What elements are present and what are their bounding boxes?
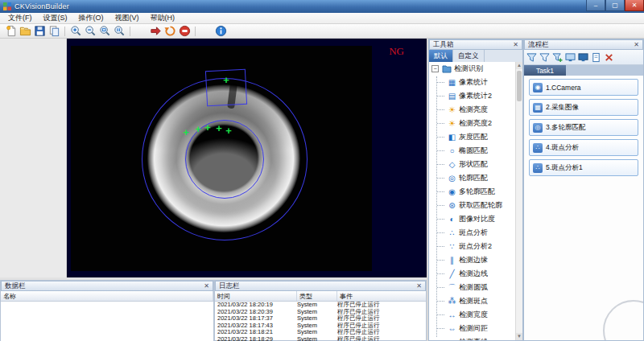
flow-step[interactable]: ◉ 1.CCamera [529,79,638,96]
tool-label: 图像对比度 [459,214,495,224]
flow-monitor-icon[interactable] [564,51,576,64]
zoom-out-icon[interactable] [83,25,97,38]
tool-label: 检测间距 [459,323,488,334]
tab-default[interactable]: 默认 [429,50,453,62]
folder-icon [442,64,452,73]
close-button[interactable]: ✕ [625,0,644,11]
tool-item[interactable]: ◇ 形状匹配 [429,158,515,171]
flow-step[interactable]: ∴ 4.斑点分析 [529,139,638,156]
log-row[interactable]: 2021/03/22 18:20:39 System 程序已停止运行 [215,309,426,316]
tool-item[interactable]: ⊛ 获取匹配轮廓 [429,199,515,212]
tool-item[interactable]: ◐ 图像对比度 [429,212,515,226]
flow-step-icon: ◉ [533,83,543,92]
open-file-icon[interactable] [18,25,32,38]
cross-marker: + [225,125,232,136]
tool-icon: ◉ [447,188,457,196]
app-icon [3,2,11,10]
toolbar-separator [195,27,196,36]
collapse-icon[interactable]: − [431,65,439,72]
main-toolbar [0,24,644,39]
flow-header: 流程栏 ✕ [524,39,643,50]
tool-icon: ☀ [447,106,457,114]
toolbox-header: 工具箱 ✕ [429,39,522,50]
maximize-button[interactable]: ▢ [605,0,625,11]
tool-item[interactable]: ∥ 检测边缘 [429,253,515,267]
flow-step-label: 2.采集图像 [546,103,579,113]
tool-item[interactable]: ∴ 斑点分析 [429,226,515,240]
zoom-fit-icon[interactable] [97,25,112,38]
flow-document-icon[interactable] [590,51,602,64]
tool-icon: ⁂ [447,298,457,306]
flow-filter-add-icon[interactable] [551,51,564,64]
menu-item[interactable]: 视图(V) [109,12,145,24]
log-event: 程序已停止运行 [337,302,426,309]
tool-item[interactable]: ⇔ 检测间距 [429,322,515,335]
tool-item[interactable]: ▦ 像素统计 [429,76,515,89]
new-file-icon[interactable] [3,25,18,38]
tool-item[interactable]: ☀ 检测亮度2 [429,117,515,130]
zoom-actual-icon[interactable] [112,25,126,38]
flow-step[interactable]: ∴ 5.斑点分析1 [529,159,638,176]
log-panel-close-icon[interactable]: ✕ [416,283,422,290]
toolbox-scrollbar[interactable]: ▲ ▼ [515,62,522,340]
tool-item[interactable]: ◉ 多轮廓匹配 [429,185,515,199]
log-row[interactable]: 2021/03/22 18:18:21 System 程序已停止运行 [215,329,426,336]
image-viewport[interactable]: + + + + + + NG [67,39,427,277]
tree-root-item[interactable]: − 检测识别 [429,62,515,76]
tool-icon: ╱ [447,270,457,278]
tool-item[interactable]: ◎ 轮廓匹配 [429,171,515,185]
flow-filter2-icon[interactable] [539,51,551,64]
log-time: 2021/03/22 18:17:43 [215,323,297,330]
tool-item[interactable]: ⁂ 检测斑点 [429,294,515,308]
tool-label: 椭圆匹配 [459,146,488,156]
log-row[interactable]: 2021/03/22 18:20:19 System 程序已停止运行 [215,302,426,309]
cross-marker: + [195,124,201,134]
stop-icon[interactable] [177,25,192,38]
menu-item[interactable]: 操作(O) [73,12,109,24]
tool-item[interactable]: ╱ 检测边线 [429,267,515,281]
menu-item[interactable]: 文件(F) [2,12,38,24]
menu-item[interactable]: 设置(S) [38,12,73,24]
tab-custom[interactable]: 自定义 [453,50,485,62]
run-loop-icon[interactable] [163,25,177,38]
tool-item[interactable]: ○ 椭圆匹配 [429,144,515,158]
tool-item[interactable]: ↔ 检测宽度 [429,308,515,322]
log-row[interactable]: 2021/03/22 18:17:37 System 程序已停止运行 [215,315,426,323]
toolbox-close-icon[interactable]: ✕ [513,42,518,48]
save-all-icon[interactable] [47,25,61,38]
zoom-in-icon[interactable] [68,25,83,38]
tool-icon: ∵ [447,243,457,251]
log-panel-header: 日志栏 ✕ [215,281,426,291]
tool-item[interactable]: ∵ 斑点分析2 [429,240,515,253]
data-panel-close-icon[interactable]: ✕ [204,283,209,290]
about-icon[interactable] [213,25,228,38]
data-panel-header: 数据栏 ✕ [1,281,213,291]
data-panel-columns: 名称 [1,291,213,302]
flow-delete-icon[interactable] [603,51,615,64]
tool-item[interactable]: ─ 检测直线 [429,335,515,340]
tool-item[interactable]: ◧ 灰度匹配 [429,130,515,144]
log-row[interactable]: 2021/03/22 18:17:43 System 程序已停止运行 [215,323,426,330]
log-row[interactable]: 2021/03/22 18:18:29 System 程序已停止运行 [215,336,426,341]
tool-item[interactable]: ☀ 检测亮度 [429,103,515,117]
tool-item[interactable]: ⌒ 检测圆弧 [429,281,515,294]
tool-label: 像素统计 [459,77,488,88]
scroll-up-icon[interactable]: ▲ [516,62,522,69]
scroll-down-icon[interactable]: ▼ [516,333,522,340]
flow-step[interactable]: ▦ 2.采集图像 [529,99,638,116]
flow-monitor2-icon[interactable] [577,51,589,64]
run-once-icon[interactable] [148,25,163,38]
task-tab[interactable]: Task1 [524,65,566,76]
menu-item[interactable]: 帮助(H) [145,12,181,24]
left-dock-area [0,39,67,277]
scroll-thumb[interactable] [517,71,522,101]
flow-step[interactable]: ◎ 3.多轮廓匹配 [529,119,638,136]
save-icon[interactable] [32,25,47,38]
tool-item[interactable]: ▤ 像素统计2 [429,89,515,103]
data-panel-body[interactable] [1,302,213,341]
minimize-button[interactable]: – [586,0,605,11]
tool-list: ▦ 像素统计 ▤ 像素统计2 ☀ 检测亮度 ☀ [429,76,515,340]
tool-label: 检测边线 [459,269,488,279]
flow-filter-icon[interactable] [526,51,538,64]
flow-close-icon[interactable]: ✕ [634,42,639,48]
